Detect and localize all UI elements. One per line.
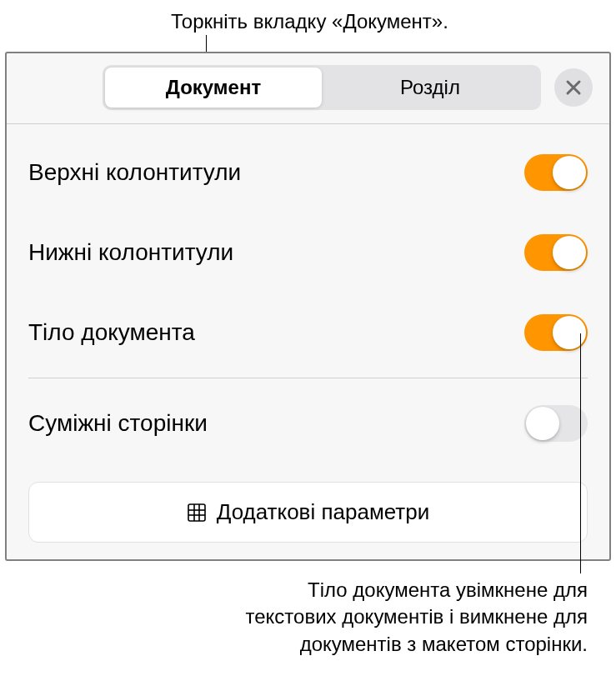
toggle-knob [553,316,586,349]
setting-headers: Верхні колонтитули [28,133,588,213]
callout-top-text: Торкніть вкладку «Документ». [171,10,448,33]
section-divider [28,378,588,378]
tab-section[interactable]: Розділ [322,68,538,108]
toggle-body[interactable] [524,314,588,351]
close-icon [565,79,582,96]
tab-bar: Документ Розділ [7,53,609,110]
close-button[interactable] [554,68,593,107]
toggle-footers[interactable] [524,234,588,271]
more-options-label: Додаткові параметри [217,499,430,525]
setting-headers-label: Верхні колонтитули [28,159,241,186]
setting-footers: Нижні колонтитули [28,213,588,293]
setting-footers-label: Нижні колонтитули [28,239,233,266]
setting-body-label: Тіло документа [28,319,195,346]
callout-bottom-text: Тіло документа увімкнене для текстових д… [221,577,588,658]
toggle-facing[interactable] [524,405,588,442]
toggle-headers[interactable] [524,154,588,191]
more-options-button[interactable]: Додаткові параметри [28,482,588,543]
segmented-control: Документ Розділ [103,65,541,110]
document-panel: Документ Розділ Верхні колонтитули Нижні… [5,52,611,561]
toggle-knob [553,236,586,269]
toggle-knob [526,407,559,440]
setting-facing-label: Суміжні сторінки [28,410,208,437]
tab-document[interactable]: Документ [105,68,322,108]
setting-facing: Суміжні сторінки [28,383,588,463]
callout-line-bottom [580,333,581,573]
setting-body: Тіло документа [28,293,588,373]
grid-icon [187,503,207,523]
settings-list: Верхні колонтитули Нижні колонтитули Тіл… [7,124,609,463]
toggle-knob [553,156,586,189]
svg-rect-0 [188,504,205,521]
